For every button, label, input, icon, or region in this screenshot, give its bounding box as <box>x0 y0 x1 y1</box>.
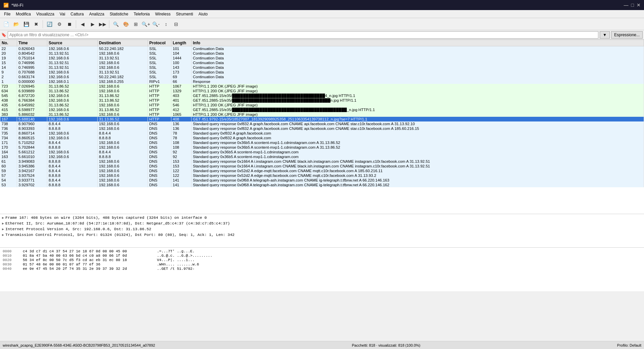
expression-btn[interactable]: Espressione... <box>611 31 643 39</box>
table-row[interactable]: 7358.860714192.168.0.68.8.4.4DNS78Standa… <box>0 131 644 136</box>
col-header-protocol: Protocol <box>148 40 171 46</box>
cell-length: 100 <box>171 60 192 65</box>
toolbar-zoom-reset[interactable]: ↕ <box>161 19 171 29</box>
cell-info: Standard query 0xf832 A graph.facebook.c… <box>192 136 644 140</box>
toolbar-autosize[interactable]: ⊞ <box>131 19 141 29</box>
table-row[interactable]: 7348.860515192.168.0.68.8.8.8DNS78Standa… <box>0 136 644 140</box>
table-row[interactable]: 4156.598977192.168.0.631.13.86.52HTTP412… <box>0 107 644 112</box>
cell-destination: 50.22.240.182 <box>98 74 148 79</box>
cell-info: Continuation Data <box>192 60 644 65</box>
toolbar-stop[interactable]: ⏹ <box>65 19 74 29</box>
cell-info: Standard query response 0x36b5 A sconten… <box>192 145 644 150</box>
table-row[interactable]: 593.9421678.8.4.4192.168.0.6DNS122Standa… <box>0 168 644 173</box>
toolbar-close[interactable]: ✖ <box>32 19 41 29</box>
packet-list[interactable]: No. Time Source Destination Protocol Len… <box>0 40 644 214</box>
toolbar-open[interactable]: 📂 <box>11 19 21 29</box>
cell-protocol: HTTP <box>148 89 171 93</box>
cell-no: 53 <box>0 183 17 187</box>
toolbar-back[interactable]: ◀ <box>78 19 87 29</box>
hex-offset: 0000 <box>3 249 16 253</box>
menu-vai[interactable]: Vai <box>57 11 68 17</box>
col-header-info: Info <box>192 40 644 46</box>
menu-strumenti[interactable]: Strumenti <box>173 11 196 17</box>
cell-no: 438 <box>0 98 17 103</box>
table-row[interactable]: 3835.88603231.13.86.52192.168.0.6HTTP106… <box>0 112 644 117</box>
table-row[interactable]: 7388.9079608.8.4.4192.168.0.6DNS136Stand… <box>0 121 644 126</box>
table-row[interactable]: 5456.872720192.168.0.631.13.86.52HTTP403… <box>0 93 644 98</box>
table-row[interactable]: 4386.766384192.168.0.631.13.86.52HTTP401… <box>0 98 644 103</box>
table-row[interactable]: 7237.02694531.13.86.52192.168.0.6HTTP106… <box>0 84 644 89</box>
status-packets: Pacchetti: 818 · visualizzati: 818 (100.… <box>352 343 420 347</box>
filter-dropdown-btn[interactable]: ▼ <box>600 31 610 39</box>
table-row[interactable]: 1675.688140192.168.0.631.13.86.52HTTP408… <box>0 117 644 121</box>
table-row[interactable]: 10.000000192.168.0.1192.168.0.255RIPv166… <box>0 79 644 84</box>
filter-bookmark-icon[interactable]: 🔖 <box>1 33 6 37</box>
cell-source: 8.8.4.4 <box>47 140 98 145</box>
table-row[interactable]: 140.74699531.13.92.51192.168.0.6SSL143Co… <box>0 65 644 70</box>
table-row[interactable]: 7368.9033938.8.8.8192.168.0.6DNS136Stand… <box>0 126 644 131</box>
menu-wireless[interactable]: Wireless <box>152 11 173 17</box>
filter-input[interactable] <box>8 31 598 39</box>
menu-visualizza[interactable]: Visualizza <box>34 11 57 17</box>
toolbar-zoom-in[interactable]: 🔍+ <box>141 19 151 29</box>
toolbar-zoom-out[interactable]: 🔍- <box>151 19 161 29</box>
table-row[interactable]: 4356.64599231.13.86.52192.168.0.6HTTP546… <box>0 103 644 107</box>
table-row[interactable]: 603.9453868.8.4.4192.168.0.6DNS153Standa… <box>0 164 644 168</box>
toolbar-save[interactable]: 💾 <box>21 19 31 29</box>
cell-protocol: DNS <box>148 183 171 187</box>
table-header: No. Time Source Destination Protocol Len… <box>0 40 644 46</box>
table-row[interactable]: 1645.661212192.168.0.68.8.4.4DNS92Standa… <box>0 150 644 154</box>
cell-protocol: SSL <box>148 51 171 56</box>
table-row[interactable]: 200.80454231.13.92.51192.168.0.6SSL104Co… <box>0 51 644 56</box>
table-row[interactable]: 190.751014192.168.0.631.13.92.51SSL1444C… <box>0 56 644 60</box>
toolbar-go[interactable]: ▶▶ <box>98 19 107 29</box>
table-row[interactable]: 573.9375248.8.8.8192.168.0.6DNS122Standa… <box>0 173 644 178</box>
cell-time: 0.000000 <box>17 79 47 84</box>
cell-destination: 192.168.0.6 <box>98 173 148 178</box>
toolbar-reload[interactable]: 🔄 <box>45 19 54 29</box>
menu-telefonia[interactable]: Telefonia <box>131 11 152 17</box>
cell-no: 9 <box>0 70 17 74</box>
toolbar-new[interactable]: 📄 <box>1 19 11 29</box>
table-row[interactable]: 150.74699631.13.92.51192.168.0.6SSL100Co… <box>0 60 644 65</box>
menu-modifica[interactable]: Modifica <box>13 11 34 17</box>
detail-row[interactable]: ▶Internet Protocol Version 4, Src: 192.1… <box>1 226 643 232</box>
detail-row[interactable]: ▶Ethernet II, Src: Aurumae_18:67:8d (54:… <box>1 220 643 226</box>
toolbar-filter-expr[interactable]: 🔍 <box>111 19 120 29</box>
toolbar-colorize[interactable]: 🎨 <box>121 19 130 29</box>
table-row[interactable]: 90.707688192.168.0.631.13.92.51SSL173Con… <box>0 70 644 74</box>
maximize-button[interactable]: □ <box>631 2 634 8</box>
table-row[interactable]: 543.9337718.8.4.4192.168.0.6DNS141Standa… <box>0 178 644 183</box>
table-row[interactable]: 1635.661010192.168.0.68.8.8.8DNS92Standa… <box>0 154 644 159</box>
toolbar-resize-columns[interactable]: ⊟ <box>171 19 181 29</box>
menu-statistiche[interactable]: Statistiche <box>107 11 131 17</box>
cell-info: Standard query response 0xf832 A graph.f… <box>192 121 644 126</box>
hex-bytes: 56 34 ef 8c 00 50 7c d5 f3 cd ac eb 31 e… <box>23 258 150 262</box>
table-row[interactable]: 533.9297028.8.8.8192.168.0.6DNS141Standa… <box>0 183 644 187</box>
cell-info: GET /t51.2885-15/e35/███████████████████… <box>192 107 644 112</box>
detail-row[interactable]: ▶Frame 167: 408 bytes on wire (3264 bits… <box>1 215 643 220</box>
cell-source: 192.168.0.6 <box>47 131 98 136</box>
cell-length: 1065 <box>171 112 192 117</box>
table-row[interactable]: 20.663174192.168.0.650.22.240.182SSL69Co… <box>0 74 644 79</box>
menu-analizza[interactable]: Analizza <box>87 11 107 17</box>
close-button[interactable]: ✕ <box>637 2 641 8</box>
minimize-button[interactable]: — <box>624 2 629 8</box>
table-row[interactable]: 613.9490838.8.8.8192.168.0.6DNS153Standa… <box>0 159 644 164</box>
table-row[interactable]: 220.826043192.168.0.650.22.240.182SSL101… <box>0 46 644 51</box>
cell-no: 634 <box>0 89 17 93</box>
cell-source: 8.8.8.8 <box>47 145 98 150</box>
table-row[interactable]: 6346.93988931.13.86.52192.168.0.6HTTP132… <box>0 89 644 93</box>
toolbar-forward[interactable]: ▶ <box>88 19 97 29</box>
cell-source: 192.168.0.6 <box>47 154 98 159</box>
table-row[interactable]: 1715.7102528.8.4.4192.168.0.6DNS108Stand… <box>0 140 644 145</box>
cell-protocol: DNS <box>148 178 171 183</box>
menu-file[interactable]: File <box>1 11 13 17</box>
detail-row[interactable]: ▶Transmission Control Protocol, Src Port… <box>1 232 643 238</box>
menu-cattura[interactable]: Cattura <box>68 11 86 17</box>
cell-destination: 192.168.0.6 <box>98 51 148 56</box>
toolbar-capture-options[interactable]: ⚙ <box>55 19 64 29</box>
cell-length: 136 <box>171 121 192 126</box>
menu-aiuto[interactable]: Aiuto <box>196 11 210 17</box>
table-row[interactable]: 1705.7028448.8.8.8192.168.0.6DNS108Stand… <box>0 145 644 150</box>
